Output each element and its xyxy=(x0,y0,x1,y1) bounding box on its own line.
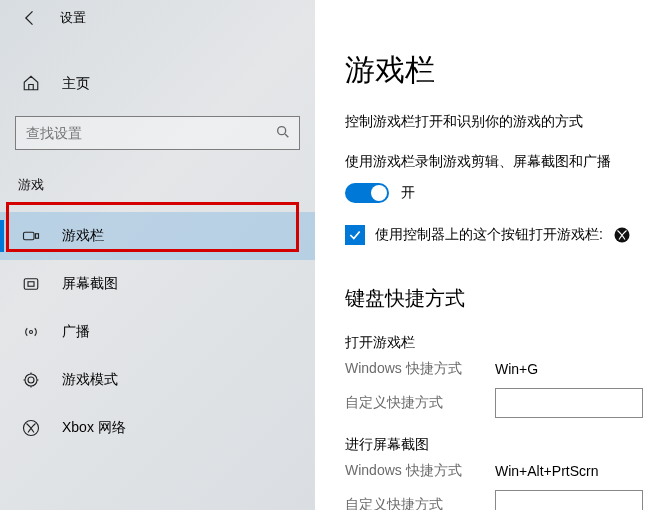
toggle-label: 开 xyxy=(401,184,415,202)
svg-point-0 xyxy=(278,126,286,134)
header-title: 设置 xyxy=(60,9,86,27)
search-box[interactable] xyxy=(15,116,300,150)
kb1-custom-input[interactable] xyxy=(495,388,643,418)
home-label: 主页 xyxy=(62,75,90,93)
back-icon[interactable] xyxy=(20,8,40,28)
sidebar-item-gamebar[interactable]: 游戏栏 xyxy=(0,212,315,260)
xbox-inline-icon xyxy=(613,226,631,244)
sidebar-item-label: 屏幕截图 xyxy=(62,275,118,293)
toggle-title: 使用游戏栏录制游戏剪辑、屏幕截图和广播 xyxy=(345,153,647,171)
sidebar-item-label: 游戏模式 xyxy=(62,371,118,389)
kb1-row1-label: Windows 快捷方式 xyxy=(345,360,495,378)
svg-point-6 xyxy=(25,374,37,386)
sidebar-item-xbox[interactable]: Xbox 网络 xyxy=(0,404,315,452)
svg-rect-1 xyxy=(24,232,35,240)
kb2-row1-label: Windows 快捷方式 xyxy=(345,462,495,480)
kb2-title: 进行屏幕截图 xyxy=(345,436,647,454)
kb2-row2-label: 自定义快捷方式 xyxy=(345,496,495,510)
controller-checkbox[interactable] xyxy=(345,225,365,245)
screenshot-icon xyxy=(22,275,40,293)
kb2-row1: Windows 快捷方式 Win+Alt+PrtScrn xyxy=(345,462,647,480)
sidebar-item-label: Xbox 网络 xyxy=(62,419,126,437)
sidebar-item-label: 广播 xyxy=(62,323,90,341)
sidebar-section-label: 游戏 xyxy=(0,176,315,194)
kb2-row1-value: Win+Alt+PrtScrn xyxy=(495,463,647,479)
page-description: 控制游戏栏打开和识别你的游戏的方式 xyxy=(345,113,647,131)
xbox-icon xyxy=(22,419,40,437)
svg-rect-4 xyxy=(28,282,34,287)
kb1-row1-value: Win+G xyxy=(495,361,647,377)
sidebar-home[interactable]: 主页 xyxy=(0,62,315,106)
window-header: 设置 xyxy=(0,0,315,36)
broadcast-icon xyxy=(22,323,40,341)
svg-rect-3 xyxy=(24,279,38,290)
kb1-row2: 自定义快捷方式 xyxy=(345,388,647,418)
gamemode-icon xyxy=(22,371,40,389)
kb2-custom-input[interactable] xyxy=(495,490,643,510)
svg-point-5 xyxy=(30,331,33,334)
kb1-title: 打开游戏栏 xyxy=(345,334,647,352)
svg-point-7 xyxy=(28,377,34,383)
sidebar: 设置 主页 游戏 游戏栏 屏幕截图 xyxy=(0,0,315,510)
home-icon xyxy=(22,74,40,95)
gamebar-icon xyxy=(22,227,40,245)
page-title: 游戏栏 xyxy=(345,50,647,91)
checkbox-label: 使用控制器上的这个按钮打开游戏栏: xyxy=(375,226,603,244)
toggle-row: 开 xyxy=(345,183,647,203)
search-icon xyxy=(275,124,291,143)
main-content: 游戏栏 控制游戏栏打开和识别你的游戏的方式 使用游戏栏录制游戏剪辑、屏幕截图和广… xyxy=(315,0,647,510)
gamebar-toggle[interactable] xyxy=(345,183,389,203)
keyboard-section-title: 键盘快捷方式 xyxy=(345,285,647,312)
sidebar-item-broadcast[interactable]: 广播 xyxy=(0,308,315,356)
sidebar-item-screenshot[interactable]: 屏幕截图 xyxy=(0,260,315,308)
sidebar-item-gamemode[interactable]: 游戏模式 xyxy=(0,356,315,404)
sidebar-nav: 游戏栏 屏幕截图 广播 游戏模式 Xbox 网络 xyxy=(0,212,315,452)
checkbox-row: 使用控制器上的这个按钮打开游戏栏: xyxy=(345,225,647,245)
svg-rect-2 xyxy=(36,234,39,239)
kb1-row1: Windows 快捷方式 Win+G xyxy=(345,360,647,378)
kb1-row2-label: 自定义快捷方式 xyxy=(345,394,495,412)
kb2-row2: 自定义快捷方式 xyxy=(345,490,647,510)
search-input[interactable] xyxy=(26,125,275,141)
search-wrap xyxy=(0,116,315,150)
sidebar-item-label: 游戏栏 xyxy=(62,227,104,245)
